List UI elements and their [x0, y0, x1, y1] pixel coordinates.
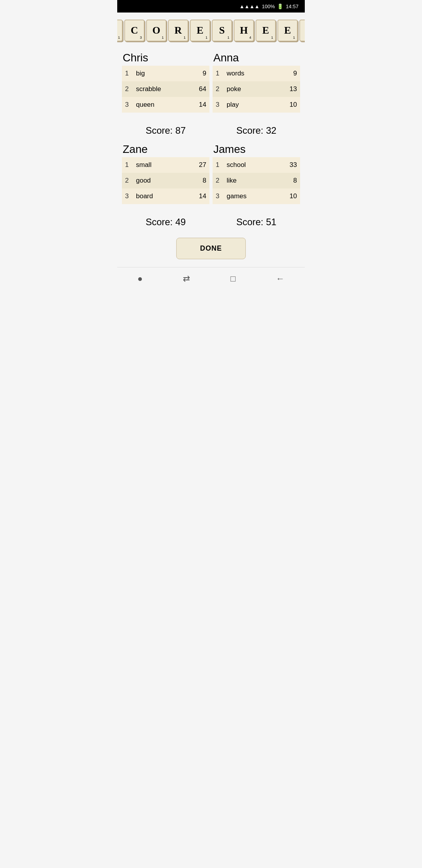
tile-letter: S	[219, 25, 225, 36]
score-cell: 9	[186, 66, 209, 81]
score-cell: 10	[272, 97, 300, 113]
score-table-zane: 1 small 27 2 good 8 3 board 14	[122, 157, 209, 204]
scrabble-tile: S1	[212, 20, 232, 41]
tile-points: 1	[184, 36, 186, 39]
square-icon[interactable]: □	[231, 274, 236, 284]
score-cell: 27	[181, 157, 209, 173]
word-cell: school	[224, 157, 274, 173]
tile-points: 1	[227, 36, 229, 39]
score-cell: 8	[274, 173, 300, 188]
tile-points: 1	[206, 36, 207, 39]
turn-number: 3	[122, 97, 133, 113]
player-section-james: James 1 school 33 2 like 8 3 games 10	[213, 140, 300, 204]
score-table-chris: 1 big 9 2 scrabble 64 3 queen 14	[122, 66, 209, 113]
tile-letter: E	[197, 25, 203, 36]
player-name-anna: Anna	[213, 48, 300, 66]
table-row: 1 words 9	[213, 66, 300, 81]
score-cell: 14	[186, 97, 209, 113]
turn-number: 1	[122, 66, 133, 81]
table-row: 3 board 14	[122, 188, 209, 204]
table-row: 1 school 33	[213, 157, 300, 173]
word-cell: good	[133, 173, 181, 188]
score-cell: 14	[181, 188, 209, 204]
scrabble-title: S1C3O1R1E1S1H4E1E1T1	[117, 20, 305, 41]
score-table-anna: 1 words 9 2 poke 13 3 play 10	[213, 66, 300, 113]
word-cell: words	[224, 66, 272, 81]
player-name-zane: Zane	[122, 140, 209, 157]
scrabble-tile: H4	[234, 20, 254, 41]
tile-points: 1	[162, 36, 164, 39]
scrabble-tile: E1	[190, 20, 210, 41]
player-section-chris: Chris 1 big 9 2 scrabble 64 3 queen 14	[122, 48, 209, 113]
tile-points: 1	[118, 36, 120, 39]
bottom-nav: ● ⇄ □ ←	[117, 267, 305, 290]
word-cell: board	[133, 188, 181, 204]
signal-icon: ▲▲▲▲	[240, 4, 259, 9]
player-name-chris: Chris	[122, 48, 209, 66]
battery-text: 100%	[262, 4, 275, 9]
scrabble-tile: S1	[117, 20, 123, 41]
score-cell: 33	[274, 157, 300, 173]
table-row: 3 queen 14	[122, 97, 209, 113]
turn-number: 2	[213, 81, 224, 97]
table-row: 2 scrabble 64	[122, 81, 209, 97]
turn-number: 1	[213, 66, 224, 81]
zane-total-score: Score: 49	[122, 207, 209, 231]
word-cell: games	[224, 188, 274, 204]
lines-icon[interactable]: ⇄	[183, 274, 190, 284]
word-cell: poke	[224, 81, 272, 97]
scrabble-tile: O1	[146, 20, 166, 41]
chris-total-score: Score: 87	[122, 116, 209, 140]
tile-letter: E	[284, 25, 291, 36]
time-text: 14:57	[286, 4, 299, 9]
tile-points: 4	[249, 36, 251, 39]
score-cell: 13	[272, 81, 300, 97]
table-row: 1 big 9	[122, 66, 209, 81]
tile-points: 3	[140, 36, 142, 39]
scrabble-tile: R1	[168, 20, 188, 41]
score-cell: 8	[181, 173, 209, 188]
score-cell: 10	[274, 188, 300, 204]
word-cell: queen	[133, 97, 186, 113]
scrabble-tile: E1	[256, 20, 276, 41]
table-row: 1 small 27	[122, 157, 209, 173]
turn-number: 1	[213, 157, 224, 173]
player-section-anna: Anna 1 words 9 2 poke 13 3 play 10	[213, 48, 300, 113]
turn-number: 3	[122, 188, 133, 204]
done-button[interactable]: DONE	[176, 238, 246, 259]
word-cell: big	[133, 66, 186, 81]
table-row: 2 poke 13	[213, 81, 300, 97]
title-area: S1C3O1R1E1S1H4E1E1T1	[117, 13, 305, 45]
tile-points: 1	[293, 36, 295, 39]
tile-points: 1	[271, 36, 273, 39]
anna-total-score: Score: 32	[213, 116, 300, 140]
james-total-score: Score: 51	[213, 207, 300, 231]
scrabble-tile: T1	[299, 20, 305, 41]
tile-letter: E	[262, 25, 269, 36]
tile-letter: C	[131, 25, 138, 36]
back-icon[interactable]: ←	[276, 274, 284, 284]
table-row: 3 games 10	[213, 188, 300, 204]
turn-number: 3	[213, 188, 224, 204]
word-cell: small	[133, 157, 181, 173]
score-cell: 9	[272, 66, 300, 81]
tile-letter: H	[240, 25, 248, 36]
status-bar: ▲▲▲▲ 100% 🔋 14:57	[117, 0, 305, 13]
score-grid: Chris 1 big 9 2 scrabble 64 3 queen 14 A…	[117, 48, 305, 231]
table-row: 3 play 10	[213, 97, 300, 113]
turn-number: 2	[213, 173, 224, 188]
turn-number: 3	[213, 97, 224, 113]
scrabble-tile: C3	[124, 20, 145, 41]
tile-letter: R	[175, 25, 182, 36]
tile-letter: O	[152, 25, 160, 36]
turn-number: 1	[122, 157, 133, 173]
word-cell: like	[224, 173, 274, 188]
turn-number: 2	[122, 173, 133, 188]
battery-icon: 🔋	[277, 4, 283, 9]
dot-icon[interactable]: ●	[138, 274, 143, 284]
done-button-area: DONE	[117, 231, 305, 264]
player-section-zane: Zane 1 small 27 2 good 8 3 board 14	[122, 140, 209, 204]
score-table-james: 1 school 33 2 like 8 3 games 10	[213, 157, 300, 204]
player-name-james: James	[213, 140, 300, 157]
turn-number: 2	[122, 81, 133, 97]
